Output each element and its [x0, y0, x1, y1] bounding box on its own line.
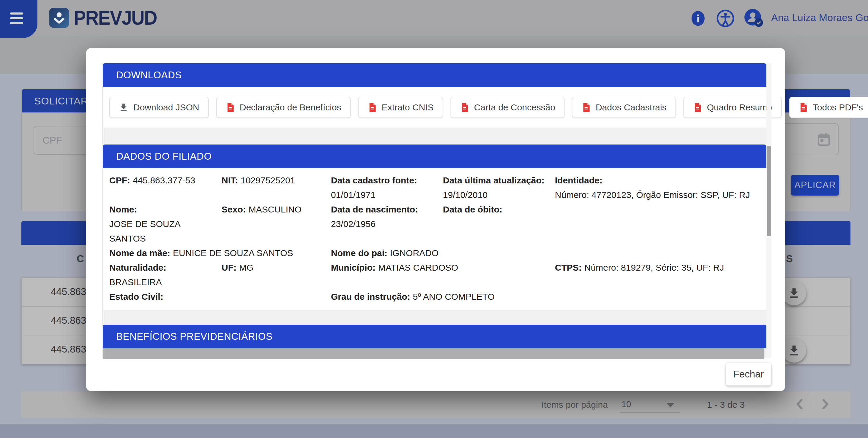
next-page-button[interactable] — [819, 398, 832, 412]
page-size-value: 10 — [621, 399, 631, 409]
carta-concessao-button[interactable]: Carta de Concessão — [451, 97, 565, 118]
downloads-buttons-row: Download JSON Declaração de Benefícios E… — [103, 87, 766, 128]
download-icon — [119, 102, 129, 112]
field-sexo: Sexo:MASCULINO — [222, 202, 331, 246]
pdf-icon — [225, 102, 235, 112]
app-bar: PREVJUD Ana Luiza Moraes Gom... — [0, 0, 868, 36]
member-data-grid: CPF:445.863.377-53 NIT:10297525201 Data … — [103, 168, 766, 310]
field-data-cadastro: Data cadastro fonte:01/01/1971 — [331, 173, 443, 202]
download-json-button[interactable]: Download JSON — [109, 97, 209, 118]
info-icon[interactable] — [691, 11, 705, 26]
benefits-section-header: BENEFÍCIOS PREVIDENCIÁRIOS — [103, 325, 766, 348]
dossier-modal: DOWNLOADS Download JSON Declaração de Be… — [86, 48, 785, 391]
field-nome-pai: Nome do pai:IGNORADO — [331, 246, 555, 260]
dados-cadastrais-button[interactable]: Dados Cadastrais — [572, 97, 676, 118]
pdf-icon — [368, 102, 377, 112]
pdf-icon — [799, 102, 808, 112]
extrato-cnis-button[interactable]: Extrato CNIS — [358, 97, 443, 118]
field-nit: NIT:10297525201 — [222, 173, 331, 202]
field-estado-civil: Estado Civil: — [109, 289, 222, 304]
page-range: 1 - 3 de 3 — [707, 400, 745, 410]
items-per-page-label: Items por página — [541, 400, 608, 410]
field-nome: Nome:JOSE DE SOUZASANTOS — [109, 202, 222, 246]
row-cpf: 445.863. — [51, 315, 89, 326]
brand-name: PREVJUD — [74, 7, 157, 29]
modal-scroll-area: DOWNLOADS Download JSON Declaração de Be… — [102, 63, 771, 358]
download-icon — [787, 287, 801, 300]
vertical-scrollbar — [766, 63, 771, 357]
field-identidade: Identidade:Número: 47720123, Órgão Emiss… — [555, 173, 766, 202]
field-nome-mae: Nome da mãe:EUNICE DE SOUZA SANTOS — [109, 246, 331, 260]
pdf-icon — [460, 102, 469, 112]
field-ctps: CTPS:Número: 819279, Série: 35, UF: RJ — [555, 260, 766, 289]
row-cpf: 445.863. — [51, 344, 89, 355]
pagination-bar: Items por página 10 1 - 3 de 3 — [21, 391, 850, 418]
member-section-header: DADOS DO FILIADO — [103, 144, 766, 168]
pdf-icon — [581, 102, 591, 112]
field-data-atualizacao: Data última atualização:19/10/2010 — [443, 173, 555, 202]
close-modal-button[interactable]: Fechar — [726, 363, 771, 385]
field-nascimento: Data de nascimento:23/02/1956 — [331, 202, 443, 246]
column-header-cpf: C — [76, 253, 84, 264]
horizontal-scrollbar[interactable] — [103, 348, 764, 359]
row-download-button[interactable] — [782, 338, 806, 363]
row-download-button[interactable] — [782, 281, 806, 305]
field-naturalidade: Naturalidade:BRASILEIRA — [109, 260, 222, 289]
brand-logo-icon — [49, 8, 69, 28]
download-icon — [787, 344, 801, 357]
downloads-section-header: DOWNLOADS — [103, 63, 766, 87]
person-check-glyph — [52, 10, 66, 26]
field-uf: UF:MG — [222, 260, 331, 289]
calendar-icon[interactable] — [816, 132, 831, 147]
page-bottom-band — [0, 424, 868, 438]
chevron-down-icon — [666, 403, 674, 407]
page-size-select[interactable]: 10 — [620, 397, 680, 412]
pdf-icon — [693, 102, 702, 112]
column-header-actions: S — [786, 253, 793, 264]
field-obito: Data de óbito: — [443, 202, 555, 246]
hamburger-icon — [10, 12, 23, 14]
previous-page-button[interactable] — [794, 398, 805, 412]
field-grau-instrucao: Grau de instrução:5º ANO COMPLETO — [331, 289, 555, 304]
menu-button[interactable] — [0, 0, 37, 38]
field-municipio: Município:MATIAS CARDOSO — [331, 260, 555, 289]
apply-button[interactable]: APLICAR — [791, 175, 839, 196]
declaracao-beneficios-button[interactable]: Declaração de Benefícios — [216, 97, 350, 118]
todos-pdfs-button[interactable]: Todos PDF's — [789, 97, 868, 118]
field-cpf: CPF:445.863.377-53 — [109, 173, 222, 202]
user-name[interactable]: Ana Luiza Moraes Gom... — [771, 12, 868, 24]
vertical-scrollbar-thumb[interactable] — [767, 146, 771, 236]
accessibility-icon[interactable] — [716, 9, 734, 27]
account-icon[interactable] — [743, 8, 764, 29]
row-cpf: 445.863. — [51, 286, 89, 297]
